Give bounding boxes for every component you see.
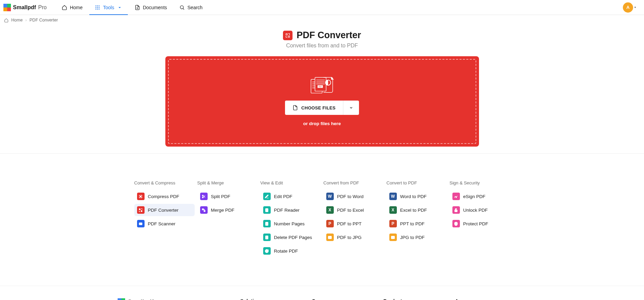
svg-rect-21 [204,210,205,212]
logo-icon [118,298,125,300]
sign-icon [452,193,460,200]
P-icon: P [389,220,397,227]
svg-point-6 [95,9,96,10]
tool-item[interactable]: Edit PDF [260,190,321,202]
svg-point-5 [99,7,100,8]
nav-home[interactable]: Home [56,0,88,15]
tool-column: Sign & SecurityeSign PDFUnlock PDFProtec… [448,180,511,258]
breadcrumb-home[interactable]: Home [11,18,23,22]
svg-point-9 [180,5,183,9]
tool-item-label: Rotate PDF [274,249,298,254]
svg-point-8 [99,9,100,10]
choose-files-button[interactable]: CHOOSE FILES [285,101,343,115]
tool-item[interactable]: Split PDF [197,190,258,202]
tool-item-label: Edit PDF [274,194,293,199]
compress-icon [137,193,145,200]
footer-brand-name: Smallpdf [128,299,154,300]
account-menu[interactable]: A ▾ [623,2,636,13]
tool-item-label: Excel to PDF [400,208,427,213]
rotate-icon [263,247,271,255]
convert-icon [137,206,145,214]
tool-item[interactable]: WWord to PDF [387,190,447,202]
tool-item[interactable]: PDF Converter [134,204,195,216]
home-icon [4,18,9,22]
footer-col-title: Company [312,298,384,300]
merge-icon [200,206,208,214]
tool-item[interactable]: PDF Scanner [134,217,195,230]
home-icon [62,5,67,10]
nav-search[interactable]: Search [174,0,208,15]
tool-item[interactable]: Protect PDF [450,217,510,230]
footer-col-apps: Apps Download Smallpdf [455,298,527,300]
P-icon: P [326,220,334,227]
tool-item-label: Word to PDF [400,194,427,199]
tool-item[interactable]: XExcel to PDF [387,204,447,216]
tool-item-label: Unlock PDF [463,208,488,213]
X-icon: X [326,206,334,214]
logo[interactable]: Smallpdf Pro [3,4,47,11]
primary-nav: Home Tools Documents Search [56,0,208,15]
tool-item[interactable]: Unlock PDF [450,204,510,216]
footer-col-product: Product Pricing [384,298,455,300]
svg-point-17 [140,223,141,224]
tool-column: Convert to PDFWWord to PDFXExcel to PDFP… [385,180,448,258]
tool-item-label: eSign PDF [463,194,485,199]
choose-files-dropdown[interactable] [343,101,359,115]
svg-text:1: 1 [266,223,267,225]
tool-item[interactable]: Merge PDF [197,204,258,216]
tool-item-label: PDF to JPG [337,235,362,240]
tool-item-label: PDF Converter [148,208,179,213]
nav-tools[interactable]: Tools [89,0,128,15]
tool-item[interactable]: PPDF to PPT [324,217,384,230]
tool-item[interactable]: Rotate PDF [260,245,321,257]
tool-column-title: Convert to PDF [387,180,447,185]
tool-column: Convert & CompressCompress PDFPDF Conver… [133,180,196,258]
svg-point-29 [392,237,393,237]
nav-search-label: Search [188,5,203,10]
dropzone[interactable]: PDF CHOOSE FILES or drop files here [165,56,479,147]
W-icon: W [389,193,397,200]
tool-column-title: View & Edit [260,180,321,185]
tool-item[interactable]: PPPT to PDF [387,217,447,230]
tool-column-title: Convert & Compress [134,180,195,185]
tool-item-label: Protect PDF [463,221,489,226]
tool-item[interactable]: PDF to JPG [324,231,384,243]
svg-rect-11 [315,77,326,91]
tool-item[interactable]: Delete PDF Pages [260,231,321,243]
footer-col-company: Company About [312,298,384,300]
files-illustration-icon: PDF [309,77,335,94]
reader-icon [263,206,271,214]
tool-item-label: PDF Reader [274,208,300,213]
choose-files-label: CHOOSE FILES [301,105,335,110]
tool-item[interactable]: PDF Reader [260,204,321,216]
tool-item[interactable]: WPDF to Word [324,190,384,202]
nav-documents-label: Documents [143,5,167,10]
unlock-icon [452,206,460,214]
tool-item[interactable]: XPDF to Excel [324,204,384,216]
footer-logo[interactable]: Smallpdf [118,298,240,300]
tool-column-title: Convert from PDF [324,180,384,185]
tool-item-label: PDF to PPT [337,221,362,226]
nav-documents[interactable]: Documents [129,0,173,15]
tool-item[interactable]: eSign PDF [450,190,510,202]
nav-home-label: Home [70,5,83,10]
chevron-down-icon [117,5,122,10]
tool-item-label: Compress PDF [148,194,179,199]
chevron-down-icon: ▾ [634,6,636,9]
tool-column-title: Split & Merge [197,180,258,185]
brand-tier: Pro [38,4,47,10]
svg-point-19 [202,197,203,198]
svg-point-4 [97,7,98,8]
tool-item[interactable]: Compress PDF [134,190,195,202]
footer-col-title: Solutions [240,298,312,300]
logo-icon [3,4,11,11]
search-icon [179,5,185,10]
svg-point-3 [95,7,96,8]
tool-item-label: Number Pages [274,221,305,226]
tool-column-title: Sign & Security [450,180,510,185]
tool-item[interactable]: 1Number Pages [260,217,321,230]
file-icon [293,105,298,110]
footer-col-title: Apps [455,298,527,300]
svg-point-0 [95,5,96,6]
tool-item[interactable]: JPG to PDF [387,231,447,243]
